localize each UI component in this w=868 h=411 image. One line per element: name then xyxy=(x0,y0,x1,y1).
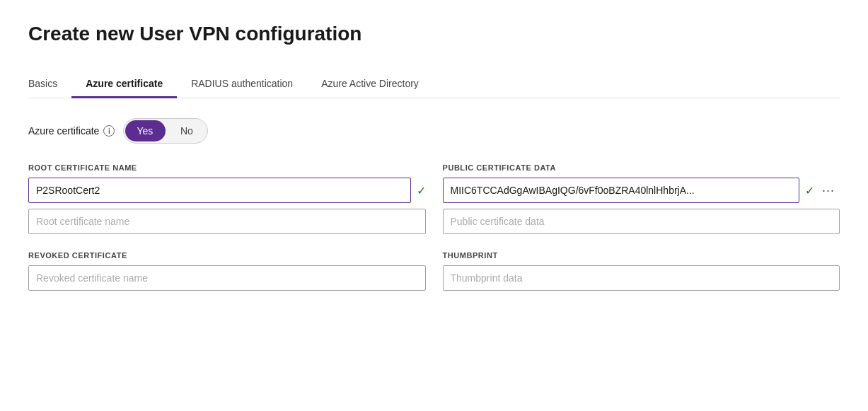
public-cert-empty-row xyxy=(443,209,840,234)
tab-radius-authentication[interactable]: RADIUS authentication xyxy=(177,71,307,98)
toggle-label: Azure certificate i xyxy=(28,125,115,137)
revoked-certificate-section: REVOKED CERTIFICATE THUMBPRINT xyxy=(28,251,840,296)
revoked-cert-grid: REVOKED CERTIFICATE THUMBPRINT xyxy=(28,251,840,296)
toggle-no[interactable]: No xyxy=(166,118,207,144)
tab-basics[interactable]: Basics xyxy=(28,71,71,98)
public-cert-data-empty-input[interactable] xyxy=(443,209,840,234)
toggle-label-text: Azure certificate xyxy=(28,125,99,137)
tab-azure-certificate[interactable]: Azure certificate xyxy=(71,71,177,98)
root-cert-col-header: ROOT CERTIFICATE NAME xyxy=(28,163,426,172)
public-cert-filled-row: ✓ ··· xyxy=(443,178,840,203)
public-cert-data-filled-input[interactable] xyxy=(443,178,800,203)
root-certificate-section: ROOT CERTIFICATE NAME PUBLIC CERTIFICATE… xyxy=(28,163,840,296)
root-cert-name-empty-input[interactable] xyxy=(28,209,426,234)
info-icon[interactable]: i xyxy=(103,125,115,137)
toggle-yes[interactable]: Yes xyxy=(124,118,166,144)
more-options-button[interactable]: ··· xyxy=(817,178,840,203)
revoked-cert-name-input[interactable] xyxy=(28,265,426,291)
root-cert-empty-row xyxy=(28,209,426,234)
azure-certificate-toggle-row: Azure certificate i Yes No xyxy=(28,118,840,144)
thumbprint-col-header: THUMBPRINT xyxy=(443,251,840,260)
root-cert-name-filled-input[interactable] xyxy=(28,178,411,203)
page-title: Create new User VPN configuration xyxy=(28,23,840,45)
thumbprint-input[interactable] xyxy=(443,265,840,291)
tab-azure-active-directory[interactable]: Azure Active Directory xyxy=(307,71,433,98)
revoked-cert-name-row xyxy=(28,265,426,291)
public-cert-check-icon: ✓ xyxy=(805,184,814,197)
yes-no-toggle[interactable]: Yes No xyxy=(123,118,208,144)
root-cert-check-icon: ✓ xyxy=(417,184,426,197)
public-cert-col-header: PUBLIC CERTIFICATE DATA xyxy=(443,163,840,172)
tab-bar: Basics Azure certificate RADIUS authenti… xyxy=(28,71,840,98)
thumbprint-row xyxy=(443,265,840,291)
root-cert-filled-row: ✓ xyxy=(28,178,426,203)
revoked-cert-col-header: REVOKED CERTIFICATE xyxy=(28,251,426,260)
certificate-grid: ROOT CERTIFICATE NAME PUBLIC CERTIFICATE… xyxy=(28,163,840,240)
